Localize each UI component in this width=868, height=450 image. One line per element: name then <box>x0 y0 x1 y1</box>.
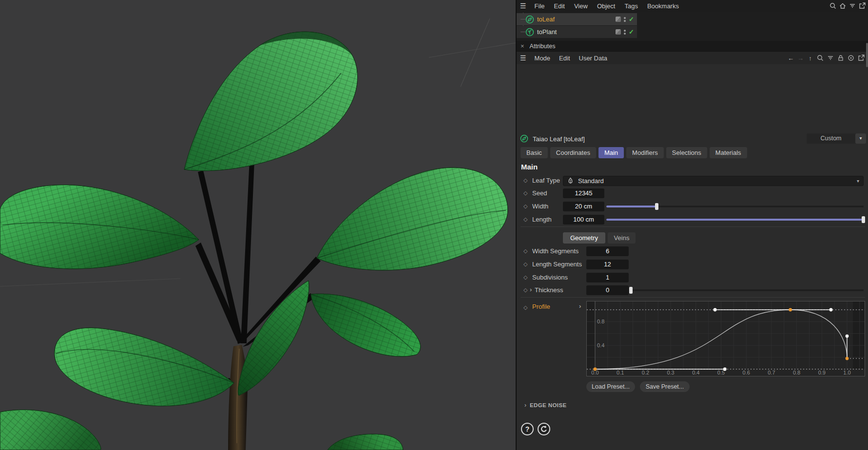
popout-icon[interactable] <box>857 54 865 62</box>
load-preset-button[interactable]: Load Preset... <box>586 381 635 392</box>
tab-main[interactable]: Main <box>598 147 624 158</box>
edge-noise-header[interactable]: ›EDGE NOISE <box>524 400 567 409</box>
profile-curve-editor[interactable]: 0.80.40.00.10.20.30.40.50.60.70.80.91.0 <box>586 301 865 376</box>
enable-check-icon[interactable]: ✓ <box>629 16 634 23</box>
seed-label: Seed <box>532 188 547 198</box>
menu-bookmarks[interactable]: Bookmarks <box>647 2 679 10</box>
lock-icon[interactable] <box>837 54 845 62</box>
hamburger-icon[interactable]: ☰ <box>520 2 526 10</box>
leaf-lower-left <box>55 328 234 406</box>
filter-icon[interactable] <box>849 2 856 10</box>
layer-chip-icon[interactable] <box>616 17 621 22</box>
object-row-toleaf[interactable]: toLeaf ✓ <box>517 13 637 25</box>
width-segments-input[interactable]: 6 <box>586 246 629 256</box>
help-icon[interactable]: ? <box>521 423 534 435</box>
subdivisions-input[interactable]: 1 <box>586 273 629 282</box>
expander-chevron-icon[interactable]: › <box>530 286 532 293</box>
key-diamond-icon[interactable]: ◇ <box>523 203 529 209</box>
length-segments-input[interactable]: 12 <box>586 260 629 269</box>
thickness-input[interactable]: 0 <box>586 285 629 295</box>
viewport-3d[interactable] <box>0 0 516 450</box>
leaf-bottom-right <box>328 434 403 450</box>
svg-text:0.3: 0.3 <box>667 370 674 375</box>
enable-check-icon[interactable]: ✓ <box>629 28 634 36</box>
slider-handle[interactable] <box>629 287 633 294</box>
seed-input[interactable]: 12345 <box>563 188 604 198</box>
tree-tick <box>521 19 525 19</box>
object-row-toplant[interactable]: toPlant ✓ <box>517 26 637 38</box>
menu-edit-attr[interactable]: Edit <box>559 55 570 62</box>
menu-file[interactable]: File <box>535 2 545 10</box>
width-slider[interactable] <box>606 202 864 211</box>
popout-icon[interactable] <box>858 2 866 10</box>
svg-text:0.7: 0.7 <box>768 370 775 375</box>
attribute-tabs: Basic Coordinates Main Modifiers Selecti… <box>521 147 747 158</box>
profile-label: Profile <box>532 303 550 310</box>
length-slider[interactable] <box>606 215 864 225</box>
scrollbar-thumb[interactable] <box>866 43 868 67</box>
leaf-right <box>317 168 508 270</box>
hamburger-icon[interactable]: ☰ <box>520 54 526 62</box>
back-icon[interactable]: ← <box>787 55 794 62</box>
target-icon[interactable] <box>847 54 855 62</box>
menu-view[interactable]: View <box>574 2 588 10</box>
expander-chevron-icon[interactable]: › <box>579 302 581 310</box>
visibility-dots-icon[interactable] <box>624 30 626 35</box>
key-diamond-icon[interactable]: ◇ <box>523 274 529 281</box>
profile-spline[interactable]: 0.80.40.00.10.20.30.40.50.60.70.80.91.0 <box>587 301 865 376</box>
chevron-down-icon[interactable]: ▾ <box>855 133 866 144</box>
leaf-upper-left <box>0 185 199 269</box>
key-diamond-icon[interactable]: ◇ <box>523 287 529 293</box>
thickness-slider[interactable] <box>631 285 864 295</box>
save-preset-button[interactable]: Save Preset... <box>640 381 690 392</box>
key-diamond-icon[interactable]: ◇ <box>523 216 529 223</box>
svg-text:0.0: 0.0 <box>591 370 598 375</box>
subdivisions-label: Subdivisions <box>532 273 568 282</box>
svg-text:0.8: 0.8 <box>793 370 800 375</box>
menu-mode[interactable]: Mode <box>535 55 551 62</box>
leaf-icon <box>520 134 528 143</box>
key-diamond-icon[interactable]: ◇ <box>523 261 529 267</box>
length-label: Length <box>532 215 552 225</box>
close-icon[interactable]: × <box>521 42 524 50</box>
menu-user-data[interactable]: User Data <box>579 55 608 62</box>
attributes-content: Taiao Leaf [toLeaf] Custom ▾ Basic Coord… <box>517 64 868 450</box>
menu-object[interactable]: Object <box>597 2 616 10</box>
tab-basic[interactable]: Basic <box>521 147 548 158</box>
menu-tags[interactable]: Tags <box>624 2 637 10</box>
search-icon[interactable] <box>816 54 824 62</box>
key-diamond-icon[interactable]: ◇ <box>523 304 529 311</box>
layer-chip-icon[interactable] <box>616 29 621 35</box>
subtab-veins[interactable]: Veins <box>608 232 636 244</box>
slider-handle[interactable] <box>862 216 865 223</box>
svg-text:0.4: 0.4 <box>692 370 699 375</box>
preset-dropdown[interactable]: Custom ▾ <box>807 133 866 144</box>
visibility-dots-icon[interactable] <box>624 17 626 22</box>
key-diamond-icon[interactable]: ◇ <box>523 190 529 196</box>
width-input[interactable]: 20 cm <box>563 202 604 211</box>
svg-text:0.5: 0.5 <box>717 370 725 375</box>
filter-icon[interactable] <box>827 54 834 62</box>
tab-coordinates[interactable]: Coordinates <box>550 147 596 158</box>
object-name[interactable]: toPlant <box>537 28 616 36</box>
slider-handle[interactable] <box>655 203 658 210</box>
length-input[interactable]: 100 cm <box>563 215 604 225</box>
svg-text:0.4: 0.4 <box>597 342 604 348</box>
object-name[interactable]: toLeaf <box>537 16 616 23</box>
preset-dropdown-value: Custom <box>807 133 855 144</box>
home-icon[interactable] <box>839 2 847 10</box>
key-diamond-icon[interactable]: ◇ <box>523 248 529 254</box>
tab-materials[interactable]: Materials <box>710 147 747 158</box>
right-panel: ☰ File Edit View Object Tags Bookmarks t… <box>516 0 868 450</box>
leaf-type-dropdown[interactable]: Standard ▾ <box>563 176 864 186</box>
main-menubar: ☰ File Edit View Object Tags Bookmarks <box>517 0 868 12</box>
menu-edit[interactable]: Edit <box>554 2 565 10</box>
search-icon[interactable] <box>829 2 837 10</box>
subtab-geometry[interactable]: Geometry <box>563 232 605 244</box>
key-diamond-icon[interactable]: ◇ <box>523 177 529 184</box>
tab-selections[interactable]: Selections <box>666 147 707 158</box>
forward-icon[interactable]: → <box>797 55 804 62</box>
up-icon[interactable]: ↑ <box>807 55 814 62</box>
tab-modifiers[interactable]: Modifiers <box>626 147 664 158</box>
refresh-icon[interactable] <box>538 423 550 435</box>
